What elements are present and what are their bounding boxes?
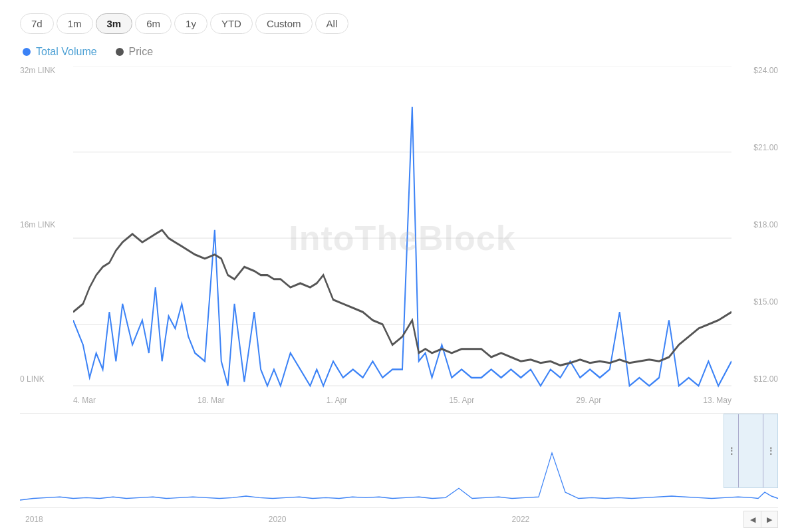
x-label-5: 29. Apr (576, 396, 601, 405)
y-label-mid-left: 16m LINK (20, 220, 73, 229)
mini-x-labels: 2018 2020 2022 2024 (20, 511, 778, 528)
main-svg-area: IntoTheBlock (73, 66, 732, 410)
price-line (73, 230, 732, 366)
legend-volume: Total Volume (23, 46, 97, 58)
price-label: Price (129, 46, 153, 58)
volume-line (73, 107, 732, 386)
y-axis-right: $24.00 $21.00 $18.00 $15.00 $12.00 (732, 66, 778, 384)
y-right-2: $21.00 (753, 143, 778, 152)
y-right-1: $24.00 (753, 66, 778, 75)
x-label-3: 1. Apr (327, 396, 347, 405)
chart-wrapper: 32m LINK 16m LINK 0 LINK $24.00 $21.00 $… (20, 66, 778, 525)
x-axis-labels: 4. Mar 18. Mar 1. Apr 15. Apr 29. Apr 13… (73, 390, 732, 410)
legend-price: Price (116, 46, 153, 58)
btn-ytd[interactable]: YTD (210, 13, 253, 34)
y-label-bot-left: 0 LINK (20, 374, 73, 384)
x-label-2: 18. Mar (198, 396, 225, 405)
scroll-handle[interactable]: ⋮ ⋮ (724, 414, 778, 488)
x-label-1: 4. Mar (73, 396, 96, 405)
mini-svg-wrapper: ⋮ ⋮ (20, 414, 778, 508)
btn-all[interactable]: All (315, 13, 349, 34)
btn-6m[interactable]: 6m (135, 13, 172, 34)
mini-x-2022: 2022 (512, 515, 530, 524)
volume-dot (23, 48, 31, 56)
btn-3m[interactable]: 3m (96, 13, 133, 34)
btn-7d[interactable]: 7d (20, 13, 54, 34)
y-axis-left: 32m LINK 16m LINK 0 LINK (20, 66, 73, 384)
scroll-handle-right[interactable]: ⋮ (763, 414, 777, 487)
btn-custom[interactable]: Custom (255, 13, 313, 34)
nav-buttons: ◀ ▶ (743, 511, 778, 528)
chart-legend: Total Volume Price (20, 46, 778, 58)
mini-chart-svg (20, 414, 778, 508)
x-label-6: 13. May (703, 396, 732, 405)
svg-rect-5 (20, 414, 778, 508)
y-label-top-left: 32m LINK (20, 66, 73, 75)
time-range-selector: 7d 1m 3m 6m 1y YTD Custom All (20, 13, 778, 34)
mini-x-2018: 2018 (25, 515, 43, 524)
price-dot (116, 48, 124, 56)
btn-1m[interactable]: 1m (57, 13, 93, 34)
nav-prev-button[interactable]: ◀ (743, 511, 761, 528)
scroll-handle-left[interactable]: ⋮ (724, 414, 739, 487)
btn-1y[interactable]: 1y (174, 13, 207, 34)
y-right-4: $15.00 (753, 297, 778, 307)
main-chart-svg (73, 66, 732, 410)
main-chart: 32m LINK 16m LINK 0 LINK $24.00 $21.00 $… (20, 66, 778, 410)
nav-next-button[interactable]: ▶ (761, 511, 778, 528)
y-right-3: $18.00 (753, 220, 778, 229)
mini-chart-section: ⋮ ⋮ 2018 2020 2022 2024 ◀ ▶ (20, 413, 778, 528)
y-right-5: $12.00 (753, 374, 778, 384)
x-label-4: 15. Apr (449, 396, 474, 405)
volume-label: Total Volume (36, 46, 97, 58)
mini-x-2020: 2020 (269, 515, 287, 524)
